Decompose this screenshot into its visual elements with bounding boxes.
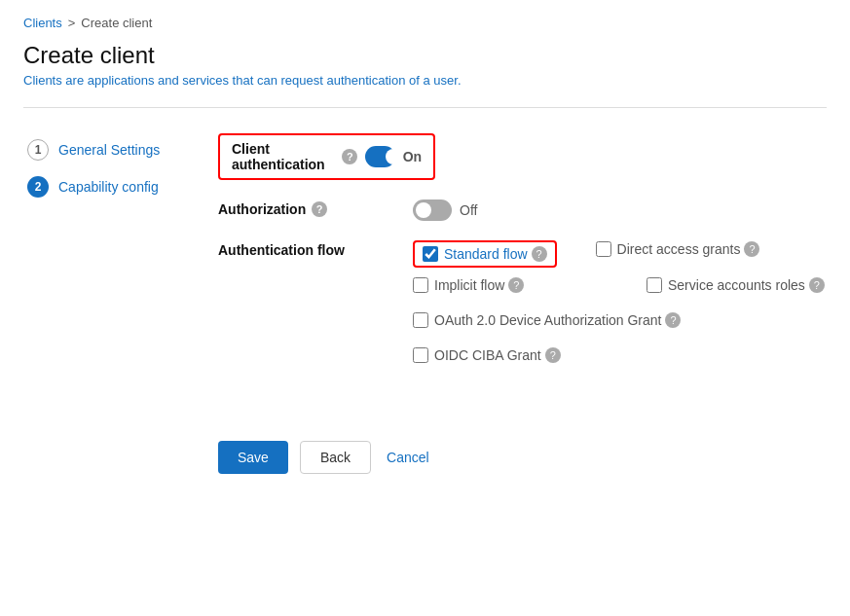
oauth-device-checkbox[interactable] bbox=[413, 312, 428, 328]
client-auth-slider bbox=[365, 146, 394, 167]
standard-flow-help-icon[interactable]: ? bbox=[532, 246, 547, 262]
sidebar-label-general: General Settings bbox=[58, 142, 160, 158]
standard-flow-label: Standard flow ? bbox=[444, 246, 547, 262]
direct-access-label: Direct access grants ? bbox=[617, 241, 760, 257]
direct-access-help-icon[interactable]: ? bbox=[744, 241, 759, 257]
client-auth-help-icon[interactable]: ? bbox=[342, 149, 357, 164]
auth-flow-label: Authentication flow bbox=[218, 240, 413, 258]
breadcrumb-current: Create client bbox=[81, 16, 152, 30]
client-auth-label: Client authentication ? On bbox=[218, 131, 413, 180]
client-auth-toggle-label: On bbox=[403, 149, 422, 164]
authorization-toggle-label: Off bbox=[460, 202, 477, 218]
oauth-device-label: OAuth 2.0 Device Authorization Grant ? bbox=[434, 312, 681, 328]
authorization-help-icon[interactable]: ? bbox=[312, 201, 327, 217]
authorization-toggle[interactable] bbox=[413, 199, 452, 221]
client-auth-toggle[interactable] bbox=[365, 146, 394, 167]
standard-flow-checkbox[interactable] bbox=[423, 246, 438, 262]
service-accounts-help-icon[interactable]: ? bbox=[809, 277, 825, 293]
authorization-label-text: Authorization bbox=[218, 201, 306, 217]
client-auth-highlight-box: Client authentication ? On bbox=[218, 133, 435, 180]
content-area: Client authentication ? On Authorization… bbox=[218, 131, 827, 474]
service-accounts-item: Service accounts roles ? bbox=[647, 277, 825, 293]
auth-flow-options: Standard flow ? Direct access grants ? bbox=[413, 240, 825, 382]
breadcrumb-sep: > bbox=[68, 16, 76, 30]
direct-access-item: Direct access grants ? bbox=[596, 241, 760, 257]
action-buttons: Save Back Cancel bbox=[218, 441, 827, 474]
client-auth-group: Client authentication ? On bbox=[218, 131, 827, 180]
step-2-indicator: 2 bbox=[27, 176, 49, 198]
page-container: Clients > Create client Create client Cl… bbox=[0, 0, 850, 489]
auth-flow-group: Authentication flow Standard flow ? bbox=[218, 240, 827, 382]
oidc-ciba-checkbox[interactable] bbox=[413, 347, 428, 363]
breadcrumb: Clients > Create client bbox=[23, 16, 827, 30]
sidebar-item-capability[interactable]: 2 Capability config bbox=[23, 168, 179, 205]
service-accounts-checkbox[interactable] bbox=[647, 277, 662, 293]
sidebar-label-capability: Capability config bbox=[58, 179, 159, 195]
implicit-flow-checkbox[interactable] bbox=[413, 277, 428, 293]
main-layout: 1 General Settings 2 Capability config C… bbox=[23, 131, 827, 474]
oauth-device-item: OAuth 2.0 Device Authorization Grant ? bbox=[413, 312, 681, 328]
auth-flow-label-text: Authentication flow bbox=[218, 242, 345, 258]
authorization-toggle-container: Off bbox=[413, 199, 477, 221]
page-subtitle: Clients are applications and services th… bbox=[23, 73, 827, 88]
sidebar-item-general[interactable]: 1 General Settings bbox=[23, 131, 179, 168]
oauth-device-help-icon[interactable]: ? bbox=[665, 312, 681, 328]
oidc-ciba-label: OIDC CIBA Grant ? bbox=[434, 347, 561, 363]
save-button[interactable]: Save bbox=[218, 441, 288, 474]
implicit-flow-help-icon[interactable]: ? bbox=[508, 277, 524, 293]
oidc-ciba-help-icon[interactable]: ? bbox=[545, 347, 561, 363]
step-1-indicator: 1 bbox=[27, 139, 49, 161]
sidebar: 1 General Settings 2 Capability config bbox=[23, 131, 179, 474]
direct-access-checkbox[interactable] bbox=[596, 241, 611, 257]
standard-flow-highlight: Standard flow ? bbox=[413, 240, 557, 268]
breadcrumb-parent[interactable]: Clients bbox=[23, 16, 62, 30]
implicit-flow-label: Implicit flow ? bbox=[434, 277, 524, 293]
authorization-slider bbox=[413, 199, 452, 221]
oidc-ciba-item: OIDC CIBA Grant ? bbox=[413, 347, 561, 363]
divider bbox=[23, 107, 827, 108]
back-button[interactable]: Back bbox=[300, 441, 371, 474]
page-title: Create client bbox=[23, 42, 827, 69]
cancel-button[interactable]: Cancel bbox=[383, 441, 433, 474]
authorization-group: Authorization ? Off bbox=[218, 199, 827, 221]
authorization-label-wrap: Authorization ? bbox=[218, 199, 413, 217]
service-accounts-label: Service accounts roles ? bbox=[668, 277, 825, 293]
implicit-flow-item: Implicit flow ? bbox=[413, 277, 608, 293]
